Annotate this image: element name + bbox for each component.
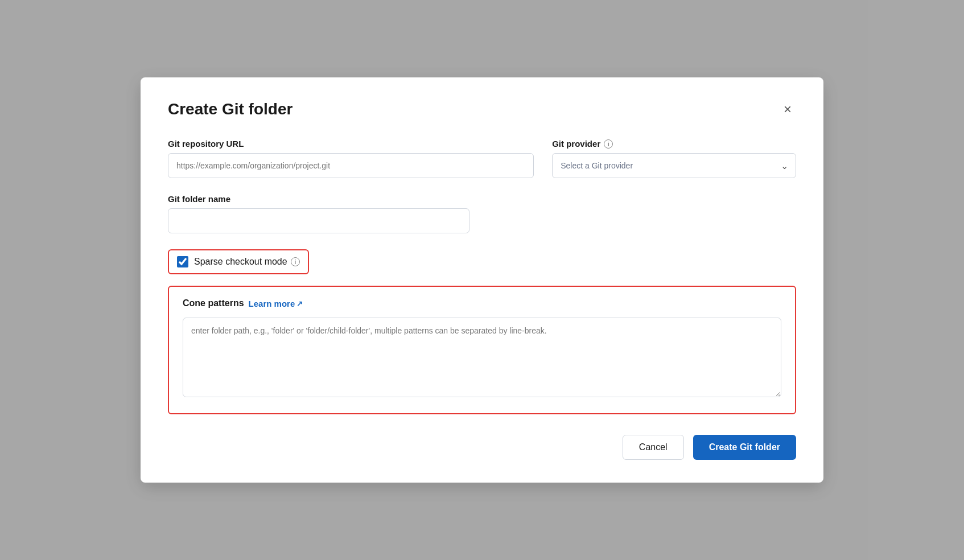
git-provider-group: Git provider i Select a Git provider Git… xyxy=(552,139,796,178)
modal-dialog: Create Git folder × Git repository URL G… xyxy=(141,77,823,483)
git-provider-select[interactable]: Select a Git provider GitHub GitLab Bitb… xyxy=(552,153,796,178)
git-provider-select-wrapper: Select a Git provider GitHub GitLab Bitb… xyxy=(552,153,796,178)
modal-header: Create Git folder × xyxy=(168,100,796,118)
close-button[interactable]: × xyxy=(779,100,796,118)
git-url-group: Git repository URL xyxy=(168,139,534,178)
git-url-input[interactable] xyxy=(168,153,534,178)
sparse-checkout-label[interactable]: Sparse checkout mode i xyxy=(194,257,300,267)
folder-name-group: Git folder name xyxy=(168,194,469,233)
sparse-checkout-info-icon[interactable]: i xyxy=(291,257,300,266)
modal-overlay: Create Git folder × Git repository URL G… xyxy=(0,0,964,560)
folder-name-label: Git folder name xyxy=(168,194,469,204)
git-provider-label: Git provider i xyxy=(552,139,796,149)
git-url-label: Git repository URL xyxy=(168,139,534,149)
modal-title: Create Git folder xyxy=(168,100,293,118)
cone-patterns-section: Cone patterns Learn more ↗︎ xyxy=(168,286,796,414)
git-provider-info-icon[interactable]: i xyxy=(604,139,613,149)
cone-patterns-header: Cone patterns Learn more ↗︎ xyxy=(183,298,781,308)
url-provider-row: Git repository URL Git provider i Select… xyxy=(168,139,796,178)
cancel-button[interactable]: Cancel xyxy=(623,435,684,460)
create-git-folder-button[interactable]: Create Git folder xyxy=(693,435,796,460)
modal-footer: Cancel Create Git folder xyxy=(168,435,796,460)
folder-name-input[interactable] xyxy=(168,208,469,233)
learn-more-link[interactable]: Learn more ↗︎ xyxy=(249,299,303,308)
cone-patterns-textarea[interactable] xyxy=(183,318,781,397)
external-link-icon: ↗︎ xyxy=(296,299,303,308)
sparse-checkout-checkbox[interactable] xyxy=(177,256,188,267)
sparse-checkout-row: Sparse checkout mode i xyxy=(168,249,309,274)
